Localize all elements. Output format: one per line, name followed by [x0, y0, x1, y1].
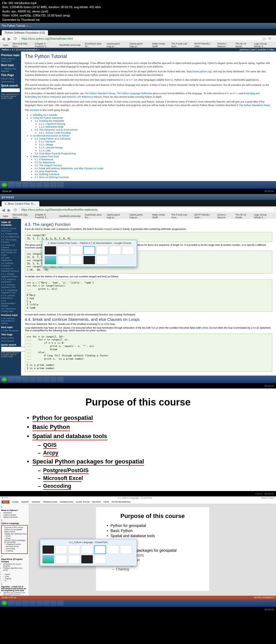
bookmark-item[interactable]: Drivers | Wacom [216, 42, 232, 48]
taskbar-icon[interactable] [57, 600, 64, 606]
taskbar-icon[interactable] [29, 600, 36, 606]
toc-link[interactable]: 2.1.2. Interactive Mode [39, 125, 64, 128]
toc-link[interactable]: 3.2. First Steps Towards Programming [34, 152, 76, 155]
capi-link[interactable]: Python/C API Reference Manual [67, 96, 102, 98]
alt-tab-thumb[interactable] [57, 256, 69, 264]
bookmark-item[interactable]: Apps [2, 214, 9, 218]
toc-link[interactable]: 3. An Informal Introduction to Python [30, 134, 70, 137]
alt-tab-thumb[interactable] [120, 545, 132, 554]
star-icon[interactable]: ☆ [263, 36, 267, 41]
bookmark-item[interactable]: OpenLayers map pr… [128, 42, 149, 48]
toc-link[interactable]: 4.7. More on Defining Functions [1, 267, 20, 272]
toc-link[interactable]: 1. Whetting Your Appetite [30, 114, 57, 116]
start-button[interactable] [1, 600, 8, 606]
toc-link[interactable]: 4.3. The range() Function [1, 238, 20, 244]
glossary-link[interactable]: Glossary [30, 109, 39, 111]
taskbar-icon[interactable] [50, 377, 57, 382]
bookmark-item[interactable]: The IB Art Studio [234, 213, 251, 219]
ribbon-tab[interactable]: INSERT [21, 501, 29, 503]
docs-nav-left[interactable]: Python » 2.7.12 ▾ Documentation » [2, 48, 40, 51]
toc-link[interactable]: 2. Using the Python Interpreter [30, 117, 63, 119]
toc-link[interactable]: 4.7. More on Defining Functions [34, 176, 69, 179]
alt-tab-thumb[interactable] [68, 545, 80, 554]
quick-access-toolbar[interactable]: ⊞ ⟲ ⟳ [2, 497, 8, 500]
toc-link[interactable]: 4.6. Defining Functions [34, 173, 59, 176]
alt-tab-thumb[interactable] [81, 545, 93, 554]
toc-link[interactable]: 4.7.4. Unpacking Argument Lists [1, 289, 20, 294]
alt-tab-thumb[interactable] [44, 246, 56, 255]
taskbar-icon[interactable] [43, 600, 50, 606]
show-all-link[interactable]: Show all [2, 190, 11, 193]
bookmark-item[interactable]: Chapter 8. PostGIS S… [34, 213, 56, 219]
toc-link[interactable]: 4.5. pass Statements [1, 256, 20, 262]
bookmark-item[interactable]: The Fossil Lab Hom… [170, 213, 191, 219]
taskbar-icon[interactable] [15, 600, 22, 606]
bookmark-item[interactable]: Make Great Stuff! [151, 42, 168, 48]
slide-canvas[interactable]: Purpose of this course Python for geospa… [29, 504, 276, 596]
ribbon-tab[interactable]: REVIEW [92, 501, 101, 503]
toc-link[interactable]: 4. More Control Flow Tools [1, 227, 20, 232]
ribbon-tab[interactable]: STORYBOARDING [112, 501, 130, 503]
toc-link[interactable]: 4.7.2. Keyword Arguments [1, 278, 20, 283]
ribbon-tab[interactable]: HOME [12, 501, 19, 503]
alt-tab-switcher[interactable]: 4. More Control Flow Tools — Python 2.7.… [42, 240, 137, 267]
alt-tab-thumb[interactable] [109, 246, 121, 255]
taskbar-icon[interactable] [57, 377, 64, 382]
report-bug-link[interactable]: Report a Bug [1, 77, 20, 80]
toc-link[interactable]: 3.1.2. Strings [39, 143, 53, 146]
toc-link[interactable]: 4.2. for Statements [1, 235, 20, 238]
bookmark-item[interactable]: Download Java for… [84, 213, 104, 219]
toc-link[interactable]: 4.8. Intermezzo: Coding Style [1, 307, 20, 313]
forward-icon[interactable]: ▶ [8, 36, 12, 41]
toc-link[interactable]: 2.1. Invoking the Interpreter [34, 120, 64, 122]
alt-tab-thumb[interactable] [83, 256, 95, 264]
toc-link[interactable]: 4.2. for Statements [34, 161, 55, 164]
alt-tab-thumb[interactable] [107, 545, 119, 554]
toc-link[interactable]: 2.2. The Interpreter and Its Environment [34, 128, 77, 131]
bookmark-item[interactable]: The Fossil Lab Hom… [170, 42, 191, 48]
alt-tab-thumb[interactable] [42, 555, 54, 564]
bookmark-item[interactable]: ManifoldCommunity [58, 43, 82, 47]
alt-tab-thumb[interactable] [42, 545, 54, 554]
bookmark-item[interactable]: SMTP friends | 10Mi… [193, 213, 214, 219]
ribbon-tab[interactable]: TRANSITIONS [43, 501, 57, 503]
taskbar-icon[interactable] [22, 377, 29, 382]
taskbar-icon[interactable] [15, 182, 22, 188]
alt-tab-thumb[interactable] [70, 256, 82, 264]
bookmark-item[interactable]: Lego Group Whole S… [253, 42, 274, 48]
toc-link[interactable]: 4.7.6. Documentation Strings [1, 299, 20, 307]
taskbar-icon[interactable] [22, 182, 29, 188]
bookmark-item[interactable]: Microsoft SQL Serv… [12, 42, 32, 48]
start-button[interactable] [1, 377, 8, 382]
quick-search-input[interactable] [1, 88, 20, 92]
toc-link[interactable]: 3.1.3. Unicode Strings [39, 146, 63, 149]
docs-nav-right[interactable]: previous | next | modules | index [240, 48, 274, 51]
toc-link[interactable]: 4.1. if Statements [34, 158, 53, 161]
toc-link[interactable]: 4. More Control Flow Tools [30, 155, 59, 158]
taskbar-icon[interactable] [50, 600, 57, 606]
prev-topic-link[interactable]: What's New in Python 2.0 [1, 57, 20, 63]
start-button[interactable] [1, 182, 8, 188]
toc-link[interactable]: 4.7.5. Lambda Expressions [1, 294, 20, 299]
show-source-link[interactable]: Show Source [1, 339, 20, 342]
taskbar-icon[interactable] [50, 182, 57, 188]
slide-thumbnails[interactable]: 1 What is Python? InteractiveObject-orie… [0, 504, 29, 596]
alt-tab-thumb-selected[interactable] [83, 246, 95, 255]
menu-icon[interactable]: ≡ [268, 36, 273, 41]
toc-link[interactable]: 4.4. break and continue Statements, and … [34, 167, 104, 170]
taskbar-icon[interactable] [29, 182, 36, 188]
toc-link[interactable]: 4.4. break and continue Statements, and … [1, 244, 20, 256]
taskbar-icon[interactable] [8, 600, 15, 606]
langref-link[interactable]: The Python Language Reference [117, 92, 153, 95]
taskbar-icon[interactable] [8, 377, 15, 382]
ribbon-tab[interactable]: SLIDE SHOW [76, 501, 89, 503]
taskbar-icon[interactable] [43, 182, 50, 188]
bookmark-item[interactable]: Download Java for… [84, 42, 104, 48]
ribbon-tab[interactable]: ANIMATIONS [60, 501, 73, 503]
taskbar-icon[interactable] [36, 182, 43, 188]
back-icon[interactable]: ◀ [2, 36, 6, 41]
toc-link[interactable]: 2.2.1. Source Code Encoding [39, 131, 71, 134]
reload-icon[interactable]: ⟳ [13, 36, 18, 41]
alt-tab-thumb[interactable] [57, 246, 69, 255]
taskbar-icon[interactable] [8, 182, 15, 188]
